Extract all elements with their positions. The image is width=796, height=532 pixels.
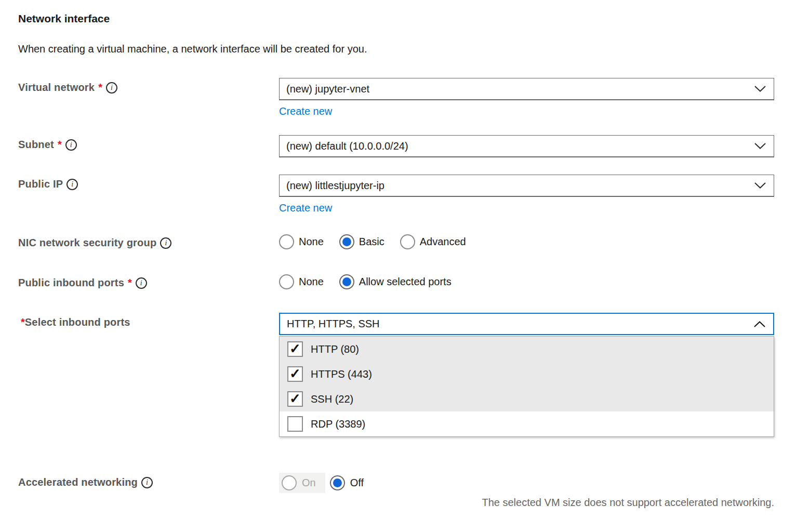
inbound-port-option-label: HTTP (80) [311, 343, 359, 355]
virtual-network-select[interactable]: (new) jupyter-vnet [279, 78, 774, 100]
subnet-label-group: Subnet * i [18, 135, 279, 151]
nic-nsg-label-group: NIC network security group i [18, 233, 279, 249]
required-asterisk: * [58, 139, 62, 151]
inbound-port-option-http[interactable]: HTTP (80) [280, 337, 774, 362]
field-row-accelerated-networking: Accelerated networking i On Off The sele… [18, 473, 774, 509]
field-row-virtual-network: Virtual network * i (new) jupyter-vnet C… [18, 78, 774, 117]
public-inbound-ports-radio-group: None Allow selected ports [279, 273, 774, 289]
nic-nsg-radio-group: None Basic Advanced [279, 233, 774, 249]
virtual-network-label: Virtual network [18, 82, 95, 94]
radio-icon [279, 234, 294, 249]
toggle-off[interactable]: Off [330, 475, 364, 490]
info-icon[interactable]: i [67, 179, 78, 190]
radio-inbound-allow[interactable]: Allow selected ports [339, 274, 452, 289]
info-icon[interactable]: i [160, 237, 171, 249]
field-row-public-inbound-ports: Public inbound ports * i None Allow sele… [18, 273, 774, 289]
toggle-on-label: On [302, 477, 316, 489]
inbound-ports-dropdown: HTTP (80) HTTPS (443) SSH (22) RDP (3389… [279, 336, 774, 437]
radio-icon [339, 274, 354, 289]
radio-inbound-allow-label: Allow selected ports [359, 276, 452, 288]
subnet-label: Subnet [18, 139, 54, 151]
radio-nsg-none[interactable]: None [279, 234, 324, 249]
public-inbound-ports-label: Public inbound ports [18, 277, 124, 289]
required-asterisk: * [128, 277, 132, 289]
inbound-port-option-rdp[interactable]: RDP (3389) [280, 411, 774, 436]
virtual-network-label-group: Virtual network * i [18, 78, 279, 94]
radio-icon [282, 475, 297, 490]
public-ip-select[interactable]: (new) littlestjupyter-ip [279, 175, 774, 197]
public-ip-label-group: Public IP i [18, 175, 279, 190]
public-inbound-ports-label-group: Public inbound ports * i [18, 273, 279, 289]
subnet-select[interactable]: (new) default (10.0.0.0/24) [279, 135, 774, 157]
info-icon[interactable]: i [106, 82, 117, 94]
create-new-vnet-link[interactable]: Create new [279, 105, 332, 117]
radio-inbound-none[interactable]: None [279, 274, 324, 289]
radio-icon [279, 274, 294, 289]
radio-nsg-basic[interactable]: Basic [339, 234, 384, 249]
required-asterisk: * [98, 82, 102, 94]
virtual-network-value: (new) jupyter-vnet [286, 83, 369, 95]
field-row-public-ip: Public IP i (new) littlestjupyter-ip Cre… [18, 175, 774, 214]
section-title: Network interface [18, 12, 774, 25]
radio-inbound-none-label: None [299, 276, 324, 288]
radio-nsg-advanced[interactable]: Advanced [400, 234, 466, 249]
checkbox-icon [287, 416, 303, 432]
accelerated-networking-label-group: Accelerated networking i [18, 473, 279, 488]
chevron-down-icon [754, 182, 766, 189]
public-ip-label: Public IP [18, 178, 63, 190]
chevron-down-icon [754, 86, 766, 92]
chevron-up-icon [754, 321, 765, 327]
inbound-port-option-label: RDP (3389) [311, 418, 365, 430]
toggle-on: On [279, 473, 325, 493]
nic-nsg-label: NIC network security group [18, 237, 156, 249]
info-icon[interactable]: i [141, 477, 153, 488]
toggle-off-label: Off [350, 477, 364, 489]
radio-icon [400, 234, 415, 249]
inbound-port-option-label: HTTPS (443) [311, 368, 372, 380]
accelerated-networking-toggle: On Off [279, 473, 774, 493]
info-icon[interactable]: i [136, 277, 147, 289]
subnet-value: (new) default (10.0.0.0/24) [286, 140, 408, 152]
select-inbound-ports-value: HTTP, HTTPS, SSH [287, 318, 380, 330]
accelerated-networking-helper: The selected VM size does not support ac… [279, 496, 774, 509]
field-row-nic-nsg: NIC network security group i None Basic … [18, 233, 774, 249]
inbound-port-option-https[interactable]: HTTPS (443) [280, 362, 774, 387]
info-icon[interactable]: i [65, 139, 77, 151]
public-ip-value: (new) littlestjupyter-ip [286, 180, 384, 192]
section-description: When creating a virtual machine, a netwo… [18, 43, 774, 55]
radio-nsg-advanced-label: Advanced [420, 236, 466, 248]
required-asterisk: * [21, 316, 25, 328]
select-inbound-ports-label: Select inbound ports [25, 316, 130, 328]
select-inbound-ports-label-group: * Select inbound ports [18, 313, 279, 328]
checkbox-icon [287, 341, 303, 357]
inbound-port-option-label: SSH (22) [311, 393, 353, 405]
radio-icon [330, 475, 345, 490]
accelerated-networking-label: Accelerated networking [18, 476, 138, 488]
field-row-subnet: Subnet * i (new) default (10.0.0.0/24) [18, 135, 774, 157]
field-row-select-inbound-ports: * Select inbound ports HTTP, HTTPS, SSH … [18, 313, 774, 437]
checkbox-icon [287, 391, 303, 407]
checkbox-icon [287, 366, 303, 382]
radio-nsg-basic-label: Basic [359, 236, 384, 248]
chevron-down-icon [754, 143, 766, 149]
radio-nsg-none-label: None [299, 236, 324, 248]
create-new-public-ip-link[interactable]: Create new [279, 202, 332, 214]
network-interface-section: Network interface When creating a virtua… [0, 0, 796, 532]
radio-icon [339, 234, 354, 249]
select-inbound-ports-combobox[interactable]: HTTP, HTTPS, SSH [279, 313, 774, 335]
inbound-port-option-ssh[interactable]: SSH (22) [280, 387, 774, 411]
